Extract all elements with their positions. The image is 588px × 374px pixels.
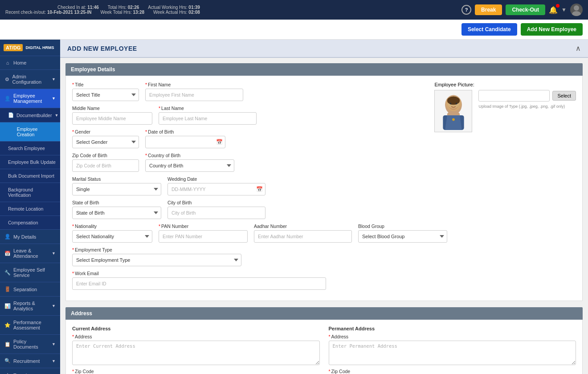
aadhar-input[interactable] bbox=[254, 230, 352, 243]
permanent-address-title: Permanent Address bbox=[329, 326, 576, 331]
sidebar-item-leave[interactable]: 📅 Leave & Attendance ▼ bbox=[0, 244, 60, 263]
marital-group: Marital Status Single bbox=[72, 176, 161, 195]
sidebar-item-admin[interactable]: ⚙ Admin Configuration ▼ bbox=[0, 70, 60, 89]
gender-group: Gender Select Gender bbox=[72, 129, 139, 148]
user-avatar[interactable] bbox=[570, 4, 583, 16]
middle-name-input[interactable] bbox=[72, 112, 152, 125]
zip-birth-input[interactable] bbox=[72, 159, 139, 172]
title-group: Title Select Title bbox=[72, 82, 139, 101]
middle-name-label: Middle Name bbox=[72, 106, 152, 111]
main-content: ADD NEW EMPLOYEE ∧ Employee Details Titl… bbox=[60, 40, 588, 374]
employee-details-section: Employee Details Title Select Title bbox=[65, 63, 583, 301]
title-select[interactable]: Select Title bbox=[72, 89, 139, 101]
sidebar-label-self-service: Employee Self Service bbox=[13, 267, 56, 278]
nationality-label: Nationality bbox=[72, 224, 152, 229]
notification-badge bbox=[556, 4, 559, 8]
sidebar-label-search: Search Employee bbox=[8, 146, 45, 151]
sidebar-item-home[interactable]: ⌂ Home bbox=[0, 56, 60, 70]
svg-point-0 bbox=[574, 5, 579, 11]
help-button[interactable]: ? bbox=[461, 5, 471, 15]
sidebar-item-compensation[interactable]: Compensation bbox=[0, 216, 60, 230]
self-service-icon: 🔧 bbox=[4, 270, 11, 276]
blood-group-group: Blood Group Select Blood Group bbox=[358, 224, 447, 243]
week-actual: Week Actual Hrs: 02:08 bbox=[153, 10, 200, 15]
time-info: Checked In at: 11:46 Total Hrs: 02:26 Ac… bbox=[5, 5, 200, 15]
sidebar-item-separation[interactable]: 🚪 Separation bbox=[0, 282, 60, 297]
checkout-button[interactable]: Check-Out bbox=[506, 4, 545, 15]
break-button[interactable]: Break bbox=[475, 4, 502, 15]
marital-select[interactable]: Single bbox=[72, 183, 161, 195]
sidebar-label-admin: Admin Configuration bbox=[12, 74, 49, 85]
address-section-body: Current Address Address Zip Code bbox=[65, 320, 583, 374]
avatar-placeholder bbox=[434, 90, 472, 132]
sidebar-item-performance[interactable]: ⭐ Performance Assessment bbox=[0, 316, 60, 335]
pan-input[interactable] bbox=[159, 230, 248, 243]
sidebar-item-employee-creation[interactable]: Employee Creation bbox=[0, 122, 60, 142]
employment-type-select[interactable]: Select Employment Type bbox=[72, 254, 241, 266]
upload-file-input[interactable] bbox=[478, 90, 550, 102]
sidebar-item-employee-mgmt[interactable]: 👤 Employee Management ▼ bbox=[0, 89, 60, 108]
sidebar-item-search-employee[interactable]: Search Employee bbox=[0, 142, 60, 155]
toolbar-row: Select Candidate Add New Employee bbox=[0, 20, 588, 40]
zip-birth-group: Zip Code of Birth bbox=[72, 153, 139, 172]
marital-row: Marital Status Single Wedding Date 📅 bbox=[72, 176, 576, 195]
sidebar-logo: AT/DG DIGITAL HRMS bbox=[0, 40, 60, 56]
blood-group-select[interactable]: Select Blood Group bbox=[358, 230, 447, 243]
svg-point-10 bbox=[456, 103, 457, 105]
sidebar-label-travel: Travel bbox=[13, 373, 27, 374]
sidebar-item-bulk-update[interactable]: Employee Bulk Update bbox=[0, 155, 60, 169]
sidebar-item-background[interactable]: Background Verification bbox=[0, 183, 60, 202]
pan-label: PAN Number bbox=[159, 224, 248, 229]
calendar-icon[interactable]: 📅 bbox=[216, 139, 223, 145]
sidebar-item-reports[interactable]: 📊 Reports & Analytics ▼ bbox=[0, 297, 60, 316]
sidebar-label-docbuilder: Documentbuilder bbox=[16, 113, 52, 118]
upload-area: Select Upload Image of Type (.jpg, .jpeg… bbox=[478, 90, 576, 109]
city-birth-input[interactable] bbox=[167, 207, 265, 219]
wedding-date-input[interactable] bbox=[167, 183, 265, 195]
sidebar-item-remote[interactable]: Remote Location bbox=[0, 202, 60, 216]
collapse-button[interactable]: ∧ bbox=[576, 44, 581, 53]
chevron-icon: ▼ bbox=[52, 77, 56, 81]
last-name-group: Last Name bbox=[159, 106, 257, 125]
sidebar-label-policy: Policy Documents bbox=[13, 339, 49, 350]
user-dropdown-arrow[interactable]: ▼ bbox=[561, 7, 567, 13]
svg-marker-11 bbox=[445, 115, 462, 130]
sidebar-item-bulk-doc[interactable]: Bulk Document Import bbox=[0, 169, 60, 183]
nationality-select[interactable]: Select Nationality bbox=[72, 230, 152, 243]
sidebar-item-policy[interactable]: 📋 Policy Documents ▼ bbox=[0, 335, 60, 354]
wedding-calendar-icon[interactable]: 📅 bbox=[256, 186, 263, 192]
last-name-input[interactable] bbox=[159, 112, 257, 125]
current-address-textarea[interactable] bbox=[72, 341, 320, 365]
chevron-leave-icon: ▼ bbox=[52, 251, 56, 256]
select-file-button[interactable]: Select bbox=[552, 91, 576, 101]
employee-section-body: Title Select Title First Name bbox=[65, 76, 583, 301]
work-email-input[interactable] bbox=[72, 277, 326, 290]
work-email-row: Work Email bbox=[72, 271, 576, 290]
sidebar-item-docbuilder[interactable]: 📄 Documentbuilder ▼ bbox=[0, 108, 60, 122]
gender-select[interactable]: Select Gender bbox=[72, 136, 139, 148]
sidebar-label-leave: Leave & Attendance bbox=[13, 248, 49, 259]
country-birth-select[interactable]: Country of Birth bbox=[145, 159, 234, 172]
select-candidate-button[interactable]: Select Candidate bbox=[461, 23, 517, 36]
add-new-employee-button[interactable]: Add New Employee bbox=[521, 23, 583, 36]
form-container: Employee Details Title Select Title bbox=[60, 58, 588, 374]
admin-icon: ⚙ bbox=[4, 77, 10, 82]
permanent-address-label: Address bbox=[329, 334, 576, 339]
first-name-input[interactable] bbox=[145, 89, 243, 101]
notification-bell[interactable]: 🔔 bbox=[549, 6, 558, 14]
dob-label: Date of Birth bbox=[145, 129, 225, 134]
permanent-address-textarea[interactable] bbox=[329, 341, 576, 365]
sidebar-item-self-service[interactable]: 🔧 Employee Self Service bbox=[0, 263, 60, 282]
sidebar-item-my-details[interactable]: 👤 My Details bbox=[0, 230, 60, 244]
chevron-recruitment-icon: ▼ bbox=[52, 359, 56, 363]
recruitment-icon: 🔍 bbox=[4, 358, 11, 364]
sidebar-item-travel[interactable]: ✈ Travel ▼ bbox=[0, 368, 60, 374]
sidebar-item-recruitment[interactable]: 🔍 Recruitment ▼ bbox=[0, 354, 60, 368]
dob-input[interactable]: 06-May-2020 bbox=[145, 136, 225, 148]
top-bar-actions: ? Break Check-Out 🔔 ▼ bbox=[461, 4, 583, 16]
upload-hint: Upload Image of Type (.jpg, .jpeg, .png,… bbox=[478, 104, 576, 109]
week-total: Week Total Hrs: 13:28 bbox=[100, 10, 144, 15]
recent-checkin: Recent check-in/out: 10-Feb-2021 13:25-I… bbox=[5, 10, 91, 15]
page-header: ADD NEW EMPLOYEE ∧ bbox=[60, 40, 588, 58]
state-birth-select[interactable]: State of Birth bbox=[72, 207, 161, 219]
